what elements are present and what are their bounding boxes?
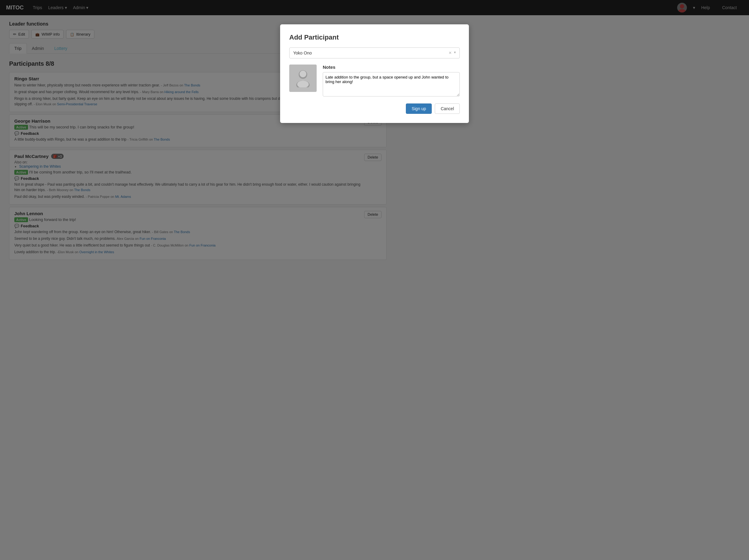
add-participant-modal: Add Participant Yoko Ono × ▾ [280, 24, 469, 123]
selected-participant: Yoko Ono [293, 50, 449, 55]
modal-title: Add Participant [289, 33, 460, 41]
modal-overlay[interactable]: Add Participant Yoko Ono × ▾ [0, 0, 749, 268]
notes-textarea[interactable]: Late addition to the group, but a space … [323, 72, 460, 96]
sign-up-button[interactable]: Sign up [406, 104, 432, 114]
modal-body: Notes Late addition to the group, but a … [289, 65, 460, 97]
modal-footer: Sign up Cancel [289, 104, 460, 114]
participant-select[interactable]: Yoko Ono × ▾ [289, 47, 460, 59]
notes-label: Notes [323, 65, 460, 70]
chevron-down-icon[interactable]: ▾ [454, 50, 456, 56]
svg-point-4 [300, 71, 306, 77]
modal-right: Notes Late addition to the group, but a … [323, 65, 460, 97]
clear-selection-icon[interactable]: × [449, 50, 451, 56]
modal-avatar [289, 65, 317, 92]
cancel-button[interactable]: Cancel [435, 104, 460, 114]
participant-select-container: Yoko Ono × ▾ [289, 47, 460, 59]
